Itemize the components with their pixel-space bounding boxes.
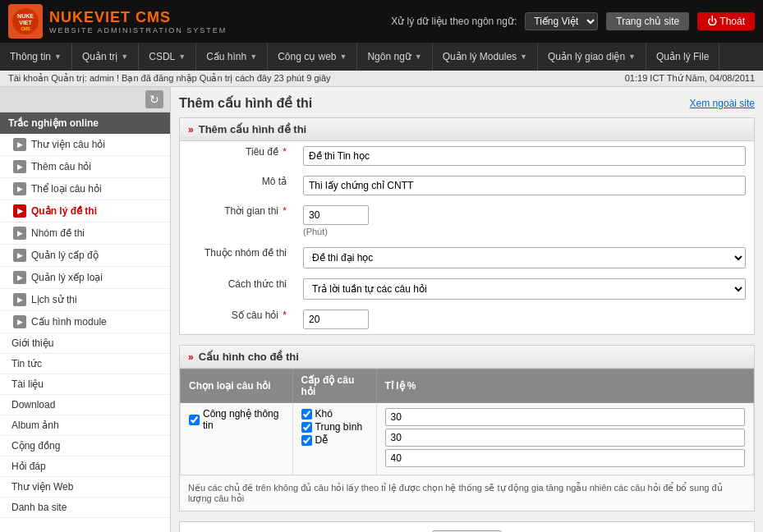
chon-loai-check-label: Công nghệ thông tin [189,408,284,431]
home-button[interactable]: Trang chủ site [606,12,689,30]
site-name: NUKEVIET CMS [49,9,227,26]
sidebar-item-lich-su-thi[interactable]: ▶ Lịch sử thi [0,289,170,311]
nav-quan-ly-file[interactable]: Quản lý File [646,43,719,71]
chevron-down-icon: ▼ [121,53,128,61]
ti-le-kho-input[interactable] [385,408,745,426]
arrow-icon: ▶ [13,249,26,262]
cap-do-kho-checkbox[interactable] [301,409,312,420]
main-layout: ↻ Trắc nghiệm online ▶ Thư viện câu hỏi … [0,87,763,532]
section1-title: Thêm cấu hình đề thi [199,123,307,135]
form-section: » Thêm cấu hình đề thi Tiêu đề * Mô tả [179,117,755,335]
nav-cong-cu-web[interactable]: Công cụ web ▼ [268,43,357,71]
ti-le-trung-binh-input[interactable] [385,429,745,447]
svg-text:NUKE: NUKE [17,13,34,19]
header-right: Xử lý dữ liệu theo ngôn ngữ: Tiếng Việt … [391,12,755,30]
arrow-icon: ▶ [13,160,26,173]
lang-select[interactable]: Tiếng Việt [525,12,598,30]
arrow-icon: ▶ [13,182,26,195]
col-chon-loai: Chọn loại câu hỏi [181,369,293,403]
so-cau-label: Số câu hỏi * [180,305,295,334]
sidebar-item-nhom-de-thi[interactable]: ▶ Nhóm đề thi [0,222,170,245]
cap-do-trung-binh-text: Trung bình [315,421,363,433]
section2-header: » Cấu hình cho đề thi [180,346,754,369]
cap-do-trung-binh-checkbox[interactable] [301,422,312,433]
info-bar: Tài khoản Quản trị: admin ! Bạn đã đăng … [0,71,763,87]
content-header: Thêm cấu hình đề thi Xem ngoài site [179,95,755,111]
required-mark: * [283,146,287,158]
ti-le-de-input[interactable] [385,449,745,467]
nav-quan-tri[interactable]: Quản trị ▼ [72,43,139,71]
section2-title: Cấu hình cho đề thi [199,351,299,363]
sidebar-item-quan-ly-xep-loai[interactable]: ▶ Quản lý xếp loại [0,267,170,289]
form-table: Tiêu đề * Mô tả [180,141,754,334]
arrow-icon: ▶ [13,271,26,284]
sidebar-refresh-area: ↻ [0,87,170,112]
user-info: Tài khoản Quản trị: admin ! Bạn đã đăng … [8,73,331,84]
sidebar-item-the-loai-cau-hoi[interactable]: ▶ Thể loại câu hỏi [0,178,170,200]
svg-text:CMS: CMS [21,26,30,31]
sidebar-item-quan-ly-de-thi[interactable]: ▶ Quản lý đề thi [0,200,170,222]
nav-thong-tin[interactable]: Thông tin ▼ [0,43,72,71]
refresh-button[interactable]: ↻ [145,90,163,108]
config-table: Chọn loại câu hỏi Cấp độ câu hỏi Tỉ lệ %… [180,369,754,475]
sidebar-link-danh-ba-site[interactable]: Danh ba site [0,498,170,518]
sidebar-item-quan-ly-cap-do[interactable]: ▶ Quản lý cấp độ [0,245,170,267]
logout-button[interactable]: ⏻ Thoát [697,12,755,30]
tieu-de-label: Tiêu đề * [180,141,295,171]
save-area: Lưu [179,521,755,532]
sidebar-item-them-cau-hoi[interactable]: ▶ Thêm câu hỏi [0,156,170,178]
sidebar-link-download[interactable]: Download [0,395,170,415]
nav-quan-ly-modules[interactable]: Quản lý Modules ▼ [433,43,538,71]
sidebar-link-thu-vien-web[interactable]: Thư viện Web [0,477,170,498]
chevron-down-icon: ▼ [628,53,636,61]
view-site-link[interactable]: Xem ngoài site [690,98,755,109]
section1-header: » Thêm cấu hình đề thi [180,118,754,141]
form-row-tieu-de: Tiêu đề * [180,141,754,171]
arrow-icon: ▶ [13,204,26,218]
sidebar-item-thu-vien-cau-hoi[interactable]: ▶ Thư viện câu hỏi [0,134,170,156]
config-table-header-row: Chọn loại câu hỏi Cấp độ câu hỏi Tỉ lệ % [181,369,754,403]
form-row-nhom-de: Thuộc nhóm đề thi Đề thi đại học [180,242,754,273]
mo-ta-input[interactable] [303,176,746,195]
page-title: Thêm cấu hình đề thi [179,95,312,111]
sidebar-link-gioi-thieu[interactable]: Giới thiệu [0,333,170,354]
form-row-so-cau: Số câu hỏi * [180,305,754,334]
lang-label: Xử lý dữ liệu theo ngôn ngữ: [391,16,517,27]
arrow-icon: ▶ [13,138,26,151]
chon-loai-checkbox[interactable] [189,415,200,425]
nav-quan-ly-giao-dien[interactable]: Quản lý giao diện ▼ [538,43,646,71]
nav-ngon-ngu[interactable]: Ngôn ngữ ▼ [357,43,432,71]
sidebar-section-title: Trắc nghiệm online [0,112,170,134]
col-cap-do: Cấp độ câu hỏi [292,369,376,403]
arrow-icon: ▶ [13,315,26,328]
nhom-de-select[interactable]: Đề thi đại học [303,247,746,268]
mo-ta-label: Mô tả [180,171,295,200]
config-table-row: Công nghệ thông tin Khó Trung bình [181,403,754,475]
nav-csdl[interactable]: CSDL ▼ [139,43,196,71]
cap-do-de-label: Dễ [301,434,368,446]
logo-icon: NUKE VIET CMS [8,4,43,39]
sidebar-item-cau-hinh-module[interactable]: ▶ Cấu hình module [0,311,170,333]
required-mark: * [283,205,287,217]
cap-do-de-checkbox[interactable] [301,435,312,446]
tieu-de-input[interactable] [303,146,746,166]
form-row-mo-ta: Mô tả [180,171,754,200]
datetime-info: 01:19 ICT Thứ Năm, 04/08/2011 [625,73,755,84]
sidebar-link-album-anh[interactable]: Album ảnh [0,415,170,436]
thoi-gian-label: Thời gian thi * [180,200,295,242]
sidebar-link-tai-lieu[interactable]: Tài liệu [0,374,170,395]
sidebar-link-cong-dong[interactable]: Cộng đồng [0,436,170,456]
sidebar: ↻ Trắc nghiệm online ▶ Thư viện câu hỏi … [0,87,171,532]
cap-do-kho-text: Khó [315,408,333,420]
cach-thuc-select[interactable]: Trả lời tuần tự các câu hỏi [303,278,746,300]
so-cau-input[interactable] [303,310,369,329]
form-row-thoi-gian: Thời gian thi * (Phút) [180,200,754,242]
chevron-down-icon: ▼ [415,53,422,61]
nav-cau-hinh[interactable]: Cấu hình ▼ [196,43,268,71]
arrow-icon: ▶ [13,293,26,306]
thoi-gian-input[interactable] [303,205,369,225]
sidebar-link-hoi-dap[interactable]: Hỏi đáp [0,456,170,477]
sidebar-link-tin-tuc[interactable]: Tin tức [0,354,170,374]
config-section: » Cấu hình cho đề thi Chọn loại câu hỏi … [179,345,755,511]
cach-thuc-label: Cách thức thi [180,273,295,305]
